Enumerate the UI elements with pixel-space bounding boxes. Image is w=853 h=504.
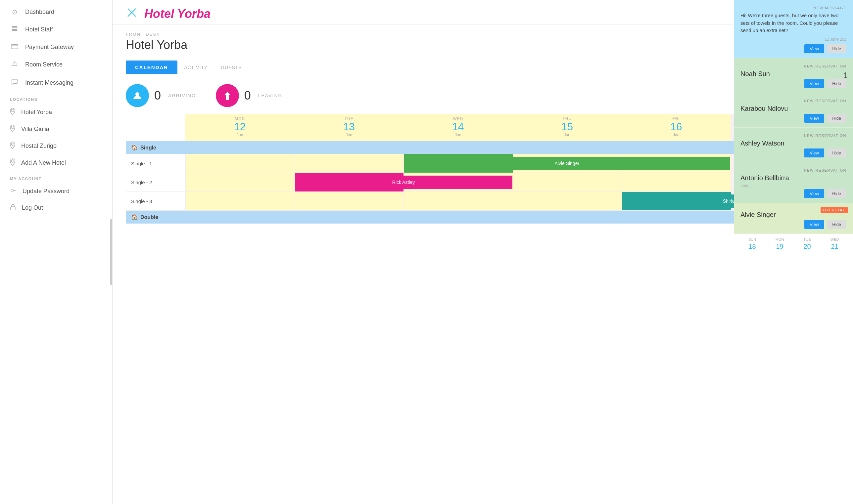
- notif-name: Antonio Bellbirra: [741, 174, 847, 182]
- payment-gateway-icon: [10, 43, 19, 51]
- notif-name: Noah Sun: [741, 70, 847, 78]
- notif-view-button[interactable]: View: [804, 148, 824, 158]
- mini-cal-19: 19: [767, 243, 793, 250]
- leaving-label: LEAVING: [258, 93, 283, 98]
- account-section-label: MY ACCOUNT: [0, 171, 112, 183]
- notif-actions: View Hide: [741, 79, 847, 88]
- svg-rect-11: [11, 207, 15, 210]
- svg-rect-0: [12, 26, 17, 28]
- front-desk-hotel-name: Hotel Yorba: [126, 38, 840, 52]
- sidebar-item-label: Dashboard: [25, 8, 54, 16]
- room-service-icon: [10, 60, 19, 69]
- sidebar-item-payment-gateway[interactable]: Payment Gateway: [0, 39, 112, 56]
- day-header-tue: TUE 13 Jun: [295, 114, 404, 141]
- single-category-icon: 🏠: [131, 145, 138, 151]
- room-row-single-2: Single - 2 Rick Astley: [126, 173, 840, 192]
- leaving-icon: [216, 84, 239, 107]
- svg-point-9: [11, 160, 14, 162]
- notif-actions: View Hide: [741, 220, 847, 229]
- sidebar-item-hotel-staff[interactable]: Hotel Staff: [0, 20, 112, 39]
- room-row-single-3: Single - 3 Shirle...: [126, 192, 840, 211]
- sidebar-item-label: Hostal Zurigo: [21, 143, 57, 149]
- front-desk-label: FRONT DESK: [126, 32, 840, 37]
- location-pin-icon: [10, 108, 15, 117]
- room-row-single-1: Single - 1 Alvie Singer: [126, 154, 840, 173]
- sidebar-item-logout[interactable]: Log Out: [0, 199, 112, 216]
- single-category-row: 🏠 Single: [126, 141, 840, 154]
- single-category-label: Single: [140, 145, 156, 151]
- notif-hide-button[interactable]: Hide: [827, 79, 847, 88]
- sidebar-item-hotel-yorba[interactable]: Hotel Yorba: [0, 104, 112, 121]
- double-category-row: 🏠 Double: [126, 211, 840, 223]
- notif-antonio-bellbirra: NEW RESERVATION Antonio Bellbirra Lars..…: [734, 162, 853, 203]
- sidebar-item-label: Room Service: [25, 61, 63, 68]
- tab-guests[interactable]: GUESTS: [221, 65, 242, 70]
- mini-cal-20: 20: [794, 243, 820, 250]
- notif-hide-button[interactable]: Hide: [827, 189, 847, 198]
- svg-point-7: [11, 126, 14, 129]
- tab-activity[interactable]: ACTIVITY: [184, 65, 208, 70]
- day-header-thu: THU 15 Jun: [513, 114, 622, 141]
- svg-rect-2: [12, 29, 17, 31]
- overstay-badge: OVERSTAY: [821, 207, 848, 213]
- sidebar-nav: ⊙ Dashboard Hotel Staff Payment Gateway …: [0, 0, 112, 220]
- notif-view-button[interactable]: View: [804, 79, 824, 88]
- room-label-single-2: Single - 2: [126, 180, 185, 185]
- sidebar-item-label: Log Out: [22, 204, 43, 211]
- location-pin-icon: [10, 125, 15, 133]
- notif-karabou-ndlovu: NEW RESERVATION Karabou Ndlovu View Hide: [734, 93, 853, 128]
- room-label-single-3: Single - 3: [126, 198, 185, 204]
- lock-icon: [10, 203, 16, 212]
- svg-point-6: [11, 109, 14, 112]
- notif-actions: View Hide: [741, 44, 847, 53]
- sidebar-scrollbar[interactable]: [110, 219, 112, 285]
- add-location-icon: [10, 158, 15, 167]
- notif-hide-button[interactable]: Hide: [827, 220, 847, 229]
- notif-type: NEW RESERVATION: [741, 99, 847, 103]
- close-button[interactable]: [126, 6, 138, 21]
- notif-hide-button[interactable]: Hide: [827, 114, 847, 123]
- sidebar-item-villa-giulia[interactable]: Villa Giulia: [0, 121, 112, 138]
- sidebar-item-room-service[interactable]: Room Service: [0, 56, 112, 74]
- key-icon: [10, 187, 17, 195]
- notif-alvie-singer-overstay: OVERSTAY Alvie Singer View Hide: [734, 203, 853, 234]
- sidebar-item-add-new-hotel[interactable]: Add A New Hotel: [0, 155, 112, 171]
- arriving-icon: [126, 84, 149, 107]
- sidebar-item-label: Instant Messaging: [25, 79, 73, 86]
- leaving-stat: 0 LEAVING: [216, 84, 283, 107]
- messaging-icon: [10, 78, 19, 87]
- locations-section-label: LOCATIONS: [0, 92, 112, 104]
- notif-view-button[interactable]: View: [804, 220, 824, 229]
- dashboard-icon: ⊙: [10, 8, 19, 16]
- notif-number: 1: [843, 71, 848, 80]
- notif-noah-sun: NEW RESERVATION Noah Sun View Hide 1: [734, 58, 853, 93]
- notif-view-button[interactable]: View: [804, 114, 824, 123]
- notif-hide-button[interactable]: Hide: [827, 44, 847, 53]
- day-header-fri: FRI 16 Jun: [622, 114, 731, 141]
- sidebar-item-dashboard[interactable]: ⊙ Dashboard: [0, 3, 112, 20]
- arriving-count: 0: [154, 89, 161, 103]
- calendar-grid: MON 12 Jun TUE 13 Jun WED 14 Jun THU 15: [126, 114, 840, 223]
- notif-extra: Lars...: [741, 183, 847, 188]
- notif-hide-button[interactable]: Hide: [827, 148, 847, 158]
- notif-type: NEW RESERVATION: [741, 168, 847, 172]
- notif-actions: View Hide: [741, 148, 847, 158]
- hotel-logo-name: Hotel Yorba: [144, 7, 210, 21]
- sidebar-item-update-password[interactable]: Update Password: [0, 183, 112, 199]
- day-header-wed: WED 14 Jun: [403, 114, 513, 141]
- notif-type: NEW MESSAGE: [741, 6, 847, 10]
- sidebar-item-hostal-zurigo[interactable]: Hostal Zurigo: [0, 138, 112, 155]
- arriving-label: ARRIVING: [168, 93, 196, 98]
- double-category-icon: 🏠: [131, 214, 138, 220]
- notif-view-button[interactable]: View: [804, 44, 824, 53]
- notification-panel: NEW MESSAGE Hi! We're three guests, but …: [734, 0, 853, 504]
- sidebar-item-label: Update Password: [22, 188, 70, 195]
- svg-point-8: [11, 143, 14, 145]
- svg-rect-15: [226, 95, 229, 100]
- calendar-button[interactable]: CALENDAR: [126, 60, 177, 74]
- notif-view-button[interactable]: View: [804, 189, 824, 198]
- sidebar-item-instant-messaging[interactable]: Instant Messaging: [0, 74, 112, 92]
- mini-cal-21: 21: [821, 243, 848, 250]
- sidebar-item-label: Payment Gateway: [25, 44, 74, 51]
- mini-cal-sun-label: SUN: [739, 237, 765, 241]
